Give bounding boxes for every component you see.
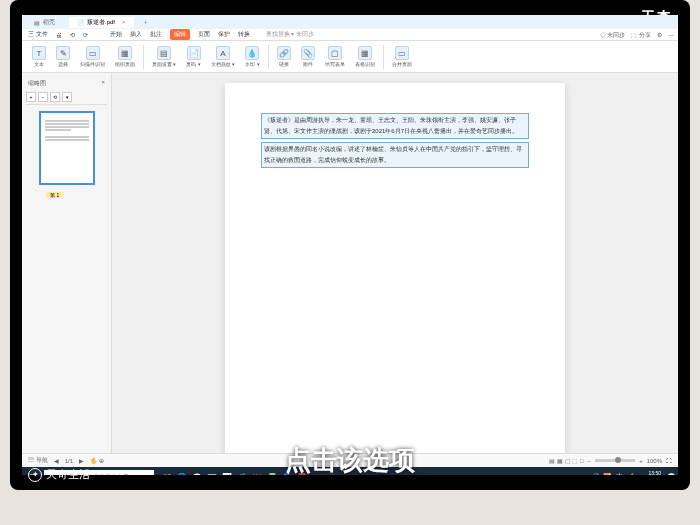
task-wps[interactable]: W [250, 470, 264, 475]
ribbon-link[interactable]: 🔗链接 [273, 44, 295, 69]
ribbon-merge[interactable]: ▭合并页面 [388, 44, 416, 69]
ribbon-text[interactable]: T文本 [28, 44, 50, 69]
page-nav-prev[interactable]: ◀ [54, 457, 59, 464]
tray-cloud-icon[interactable]: ☁ [579, 472, 589, 475]
page-setup-icon: ▤ [157, 46, 171, 60]
tab-label: 稻壳 [43, 18, 55, 27]
zoom-slider[interactable] [595, 459, 635, 462]
thumb-zoom-in[interactable]: + [26, 92, 36, 102]
ribbon-attachment[interactable]: 📎附件 [297, 44, 319, 69]
tray-volume-icon[interactable]: 🔊 [591, 472, 601, 475]
page-indicator: 1/1 [65, 458, 73, 464]
selected-paragraph-2[interactable]: 该剧根据畀愚的同名小说改编，讲述了林楠笙、朱怡贞等人在中国共产党的指引下，坚守理… [261, 142, 529, 168]
task-music[interactable]: 🎵 [235, 470, 249, 475]
instruction-caption: 点击该选项 [285, 443, 415, 478]
close-tab-icon[interactable]: × [122, 19, 126, 25]
page-number-icon: 📄 [187, 46, 201, 60]
tab-convert[interactable]: 转换 [238, 30, 250, 39]
task-chat[interactable]: 💬 [190, 470, 204, 475]
file-menu[interactable]: 三 文件 [28, 30, 48, 39]
task-browser[interactable]: 🌐 [175, 470, 189, 475]
thumb-zoom-out[interactable]: − [38, 92, 48, 102]
form-icon: ▢ [328, 46, 342, 60]
workspace: 缩略图 × + − ⟲ ▾ 第 1 《 [22, 73, 678, 453]
share-button[interactable]: ⬚ 分享 [631, 31, 651, 40]
ribbon-page-number[interactable]: 📄页码 ▾ [182, 44, 204, 69]
ribbon-form[interactable]: ▢填写表单 [321, 44, 349, 69]
ribbon-page-setup[interactable]: ▤页面设置 ▾ [148, 44, 180, 69]
logo-icon: ✦ [28, 468, 42, 482]
menu-bar: 三 文件 🖨 ⟲ ⟳ 开始 插入 批注 编辑 页面 保护 转换 查找替换 ▾ 未… [22, 29, 678, 41]
undo-icon[interactable]: ⟲ [70, 31, 75, 38]
link-icon: 🔗 [277, 46, 291, 60]
zoom-level[interactable]: 100% [647, 458, 662, 464]
sync-status[interactable]: ◇ 未同步 [600, 31, 626, 40]
page-thumbnail[interactable] [39, 111, 95, 185]
app-window: ▤ 稻壳 📄 叛逆者.pdf × + ◇ 未同步 ⬚ 分享 ⚙ ⋯ 三 文件 🖨… [22, 15, 678, 475]
task-explorer[interactable]: 📁 [160, 470, 174, 475]
ribbon-select[interactable]: ✎选择 [52, 44, 74, 69]
tab-label: 叛逆者.pdf [87, 18, 115, 27]
task-excel[interactable]: 📊 [220, 470, 234, 475]
ribbon-background[interactable]: A文档底纹 ▾ [207, 44, 239, 69]
tab-edit[interactable]: 编辑 [170, 29, 190, 40]
tab-protect[interactable]: 保护 [218, 30, 230, 39]
attachment-icon: 📎 [301, 46, 315, 60]
fullscreen-icon[interactable]: ⛶ [666, 458, 672, 464]
zoom-in-icon[interactable]: + [639, 458, 643, 464]
tab-home[interactable]: ▤ 稻壳 [26, 17, 63, 28]
task-mail[interactable]: 📧 [205, 470, 219, 475]
zoom-out-icon[interactable]: − [588, 458, 592, 464]
tray-expand-icon[interactable]: ˄ [574, 474, 577, 476]
ribbon-organize[interactable]: ▦组织页面 [111, 44, 139, 69]
tray-power-icon[interactable]: ⚡ [627, 472, 637, 475]
print-icon[interactable]: 🖨 [56, 32, 62, 38]
select-icon: ✎ [56, 46, 70, 60]
thumbnail-panel: 缩略图 × + − ⟲ ▾ 第 1 [22, 73, 112, 453]
text-icon: T [32, 46, 46, 60]
panel-title: 缩略图 [28, 79, 46, 88]
ribbon-table-ocr[interactable]: ▦表格识别 [351, 44, 379, 69]
organize-icon: ▦ [118, 46, 132, 60]
ribbon-toolbar: T文本 ✎选择 ▭扫描件识别 ▦组织页面 ▤页面设置 ▾ 📄页码 ▾ A文档底纹… [22, 41, 678, 73]
redo-icon[interactable]: ⟳ [83, 31, 88, 38]
tab-document[interactable]: 📄 叛逆者.pdf × [69, 17, 134, 28]
add-tab-button[interactable]: + [144, 19, 148, 26]
panel-close-icon[interactable]: × [101, 79, 105, 88]
tray-network-icon[interactable]: 📶 [603, 472, 613, 475]
background-icon: A [216, 46, 230, 60]
task-app1[interactable]: 📗 [265, 470, 279, 475]
view-mode-icons[interactable]: ▤ ▦ ▢ ⬚ □ [549, 457, 583, 464]
merge-icon: ▭ [395, 46, 409, 60]
taskbar-clock[interactable]: 13:50 2022/1/8 [639, 470, 664, 475]
thumb-toolbar: + − ⟲ ▾ [26, 90, 107, 105]
notification-icon[interactable]: 💬 [666, 472, 676, 475]
page-nav-next[interactable]: ▶ [79, 457, 84, 464]
title-bar: ▤ 稻壳 📄 叛逆者.pdf × + [22, 15, 678, 29]
thumb-rotate[interactable]: ⟲ [50, 92, 60, 102]
thumb-page-label: 第 1 [46, 192, 63, 198]
panel-header: 缩略图 × [26, 77, 107, 90]
pdf-page: 《叛逆者》是由周游执导，朱一龙、童瑶、王志文、王阳、朱珠领衔主演，李强、姚安濂、… [225, 83, 565, 453]
watermark-bottom: ✦ 天奇生活 [28, 467, 90, 482]
table-icon: ▦ [358, 46, 372, 60]
system-tray: ˄ ☁ 🔊 📶 中 ⚡ 13:50 2022/1/8 💬 [574, 470, 676, 475]
tab-page[interactable]: 页面 [198, 30, 210, 39]
tab-insert[interactable]: 插入 [130, 30, 142, 39]
ribbon-ocr[interactable]: ▭扫描件识别 [76, 44, 109, 69]
ocr-icon: ▭ [86, 46, 100, 60]
ribbon-watermark[interactable]: 💧水印 ▾ [241, 44, 263, 69]
tray-ime-icon[interactable]: 中 [615, 472, 625, 475]
title-right-controls: ◇ 未同步 ⬚ 分享 ⚙ ⋯ [600, 31, 674, 40]
hand-tool-icon[interactable]: ✋ ⊕ [90, 457, 104, 464]
tab-start[interactable]: 开始 [110, 30, 122, 39]
find-replace[interactable]: 查找替换 ▾ 未同步 [266, 30, 314, 39]
tab-comment[interactable]: 批注 [150, 30, 162, 39]
more-icon[interactable]: ⋯ [668, 31, 674, 40]
pdf-icon: 📄 [77, 19, 84, 26]
settings-icon[interactable]: ⚙ [657, 31, 662, 40]
thumb-more[interactable]: ▾ [62, 92, 72, 102]
document-canvas[interactable]: 《叛逆者》是由周游执导，朱一龙、童瑶、王志文、王阳、朱珠领衔主演，李强、姚安濂、… [112, 73, 678, 453]
nav-label[interactable]: ▤ 导航 [28, 456, 48, 465]
selected-paragraph-1[interactable]: 《叛逆者》是由周游执导，朱一龙、童瑶、王志文、王阳、朱珠领衔主演，李强、姚安濂、… [261, 113, 529, 139]
